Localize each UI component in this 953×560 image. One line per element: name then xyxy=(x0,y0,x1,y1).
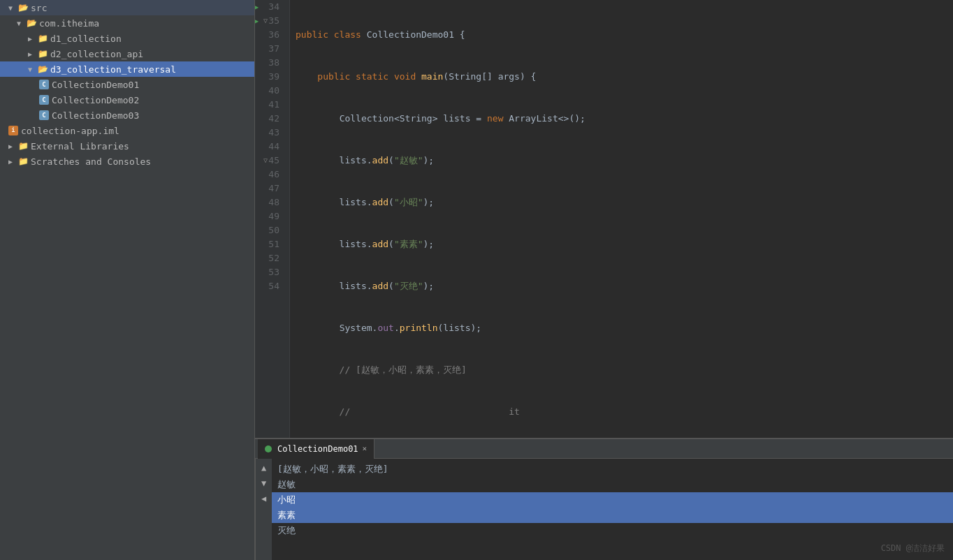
sidebar-item-com-itheima[interactable]: ▼ 📂 com.itheima xyxy=(0,15,254,31)
arrow-d2: ▶ xyxy=(28,50,36,58)
console-line-4: 素素 xyxy=(272,508,953,523)
console-sidebar-buttons: ▲ ▼ ◀ xyxy=(255,459,272,560)
ln-46: 46 xyxy=(255,168,284,182)
arrow-d1: ▶ xyxy=(28,35,36,43)
sidebar-item-scratches[interactable]: ▶ 📁 Scratches and Consoles xyxy=(0,154,254,169)
code-line-34: public class CollectionDemo01 { xyxy=(296,28,953,42)
sidebar: ▼ 📂 src ▼ 📂 com.itheima ▶ 📁 d1_collectio… xyxy=(0,0,255,560)
run-status-icon xyxy=(265,445,272,452)
sidebar-item-label-external: External Libraries xyxy=(31,141,129,152)
sidebar-item-d2[interactable]: ▶ 📁 d2_collection_api xyxy=(0,46,254,61)
ln-45: ▽ 45 xyxy=(255,154,284,168)
line-numbers: ▶ 34 ▶ ▽ 35 36 37 38 39 40 41 42 43 44 ▽ xyxy=(255,0,290,438)
sidebar-item-label-d3: d3_collection_traversal xyxy=(50,64,176,75)
code-editor[interactable]: ▶ 34 ▶ ▽ 35 36 37 38 39 40 41 42 43 44 ▽ xyxy=(255,0,953,438)
code-line-36: Collection<String> lists = new ArrayList… xyxy=(296,112,953,126)
ln-49: 49 xyxy=(255,209,284,223)
folder-icon-scratches: 📁 xyxy=(18,156,28,166)
sidebar-item-label-demo03: CollectionDemo03 xyxy=(52,110,139,121)
editor-area: ▶ 34 ▶ ▽ 35 36 37 38 39 40 41 42 43 44 ▽ xyxy=(255,0,953,560)
ln-38: 38 xyxy=(255,56,284,70)
sidebar-item-label-d2: d2_collection_api xyxy=(50,49,143,59)
ln-44: 44 xyxy=(255,140,284,154)
arrow-external: ▶ xyxy=(8,142,17,150)
console-tab-demo01[interactable]: CollectionDemo01 × xyxy=(258,439,374,459)
iml-icon: i xyxy=(8,126,18,135)
sidebar-item-label-demo01: CollectionDemo01 xyxy=(52,80,139,90)
sidebar-item-demo01[interactable]: C CollectionDemo01 xyxy=(0,77,254,92)
arrow-com-itheima: ▼ xyxy=(17,20,25,27)
code-line-37: lists.add("赵敏"); xyxy=(296,154,953,168)
arrow-scratches: ▶ xyxy=(8,158,17,165)
sidebar-item-d3[interactable]: ▼ 📂 d3_collection_traversal xyxy=(0,61,254,77)
sidebar-item-label-d1: d1_collection xyxy=(50,34,122,44)
java-icon-demo03: C xyxy=(39,110,49,120)
code-line-43: // it xyxy=(296,405,953,419)
console-inner: ▲ ▼ ◀ [赵敏，小昭，素素，灭绝] 赵敏 小昭 素素 灭绝 xyxy=(255,459,953,560)
sidebar-item-demo02[interactable]: C CollectionDemo02 xyxy=(0,92,254,108)
sidebar-item-demo03[interactable]: C CollectionDemo03 xyxy=(0,108,254,123)
sidebar-item-label-src: src xyxy=(31,3,47,13)
console-area: CollectionDemo01 × ▲ ▼ ◀ [赵敏，小昭，素素，灭绝] 赵… xyxy=(255,438,953,560)
ln-47: 47 xyxy=(255,182,284,196)
scroll-left-button[interactable]: ◀ xyxy=(258,492,270,505)
folder-icon-external: 📁 xyxy=(18,141,28,151)
sidebar-item-label-com-itheima: com.itheima xyxy=(39,18,99,29)
ln-35: ▶ ▽ 35 xyxy=(255,14,284,28)
folder-icon-d2: 📁 xyxy=(38,49,48,59)
sidebar-item-src[interactable]: ▼ 📂 src xyxy=(0,0,254,15)
console-tabs: CollectionDemo01 × xyxy=(255,439,953,459)
ln-54: 54 xyxy=(255,279,284,293)
folder-icon-d1: 📁 xyxy=(38,34,48,43)
ln-42: 42 xyxy=(255,112,284,126)
ln-50: 50 xyxy=(255,223,284,237)
sidebar-item-label-iml: collection-app.iml xyxy=(21,126,119,136)
ln-52: 52 xyxy=(255,251,284,265)
java-icon-demo01: C xyxy=(39,80,49,89)
ln-51: 51 xyxy=(255,237,284,251)
code-line-40: lists.add("灭绝"); xyxy=(296,279,953,293)
code-line-38: lists.add("小昭"); xyxy=(296,196,953,209)
folder-icon-com-itheima: 📂 xyxy=(27,18,36,28)
java-icon-demo02: C xyxy=(39,95,49,105)
console-tab-close[interactable]: × xyxy=(363,444,368,453)
code-line-35: public static void main(String[] args) { xyxy=(296,70,953,84)
run-arrow-35: ▶ xyxy=(255,14,259,28)
code-line-39: lists.add("素素"); xyxy=(296,237,953,251)
console-tab-label: CollectionDemo01 xyxy=(277,444,358,454)
ln-41: 41 xyxy=(255,98,284,112)
console-content[interactable]: [赵敏，小昭，素素，灭绝] 赵敏 小昭 素素 灭绝 xyxy=(272,459,953,560)
fold-arrow-35: ▽ xyxy=(263,14,268,28)
ln-53: 53 xyxy=(255,265,284,279)
code-line-42: // [赵敏，小昭，素素，灭绝] xyxy=(296,363,953,377)
sidebar-item-external[interactable]: ▶ 📁 External Libraries xyxy=(0,138,254,154)
code-content[interactable]: public class CollectionDemo01 { public s… xyxy=(290,0,953,438)
folder-icon-src: 📂 xyxy=(18,3,28,13)
ln-43: 43 xyxy=(255,126,284,140)
console-line-3: 小昭 xyxy=(272,492,953,508)
sidebar-item-label-demo02: CollectionDemo02 xyxy=(52,95,139,105)
console-line-1: [赵敏，小昭，素素，灭绝] xyxy=(277,462,947,477)
console-line-2: 赵敏 xyxy=(277,477,947,492)
ln-34: ▶ 34 xyxy=(255,0,284,14)
console-line-5: 灭绝 xyxy=(277,523,947,538)
folder-icon-d3: 📂 xyxy=(38,64,48,74)
code-line-41: System.out.println(lists); xyxy=(296,321,953,335)
scroll-up-button[interactable]: ▲ xyxy=(258,462,270,474)
run-arrow-34: ▶ xyxy=(255,0,259,14)
fold-arrow-45: ▽ xyxy=(263,154,268,168)
sidebar-item-d1[interactable]: ▶ 📁 d1_collection xyxy=(0,31,254,46)
scroll-down-button[interactable]: ▼ xyxy=(258,477,270,489)
sidebar-item-label-scratches: Scratches and Consoles xyxy=(31,156,151,167)
sidebar-item-iml[interactable]: i collection-app.iml xyxy=(0,123,254,138)
arrow-d3: ▼ xyxy=(28,66,36,73)
ln-37: 37 xyxy=(255,42,284,56)
arrow-src: ▼ xyxy=(8,4,17,12)
ln-36: 36 xyxy=(255,28,284,42)
ln-39: 39 xyxy=(255,70,284,84)
ln-48: 48 xyxy=(255,196,284,209)
ln-40: 40 xyxy=(255,84,284,98)
